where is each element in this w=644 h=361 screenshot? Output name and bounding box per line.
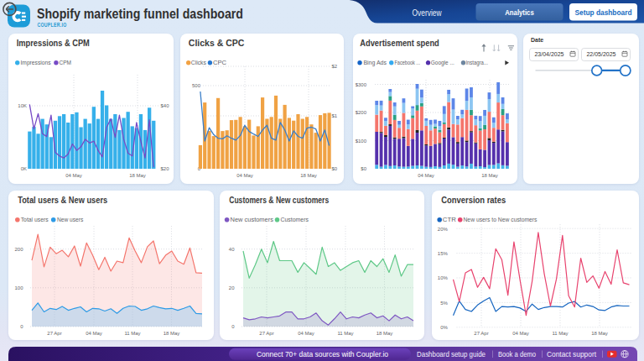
svg-text:11 May: 11 May — [552, 331, 568, 336]
svg-text:27 Apr: 27 Apr — [259, 331, 273, 336]
svg-text:CPM: CPM — [60, 60, 71, 65]
svg-text:04 May: 04 May — [86, 331, 102, 336]
svg-text:40: 40 — [229, 247, 235, 252]
svg-text:$200: $200 — [356, 110, 367, 115]
svg-text:23/04/2025: 23/04/2025 — [534, 50, 564, 58]
svg-text:$0: $0 — [331, 166, 337, 171]
svg-text:New users to New customers: New users to New customers — [463, 217, 538, 222]
svg-text:5%: 5% — [440, 301, 448, 306]
svg-text:0%: 0% — [440, 325, 448, 330]
svg-text:10%: 10% — [437, 275, 448, 280]
svg-text:18 May: 18 May — [481, 173, 498, 178]
svg-text:Overview: Overview — [413, 8, 443, 18]
svg-text:$40: $40 — [160, 103, 169, 108]
svg-text:18 May: 18 May — [129, 173, 146, 178]
svg-text:Total users & New users: Total users & New users — [18, 195, 107, 205]
svg-text:18 May: 18 May — [300, 173, 317, 178]
svg-text:18 May: 18 May — [164, 331, 180, 336]
svg-text:Instagra...: Instagra... — [465, 60, 488, 66]
svg-text:Analytics: Analytics — [505, 8, 534, 17]
svg-text:Bing Ads: Bing Ads — [363, 60, 387, 66]
svg-text:22/05/2025: 22/05/2025 — [586, 50, 615, 58]
svg-text:Google ...: Google ... — [431, 60, 454, 66]
svg-text:04 May: 04 May — [418, 173, 434, 178]
svg-text:100: 100 — [15, 285, 24, 290]
svg-text:Connect 70+ data sources with: Connect 70+ data sources with Coupler.io — [257, 349, 388, 358]
svg-text:Facebook ...: Facebook ... — [395, 60, 421, 65]
svg-text:Conversion rates: Conversion rates — [441, 195, 506, 205]
svg-text:$0: $0 — [361, 166, 366, 171]
svg-text:Customers & New customers: Customers & New customers — [229, 195, 329, 205]
svg-text:New users: New users — [57, 217, 84, 222]
svg-text:Customers: Customers — [281, 217, 309, 222]
svg-text:15%: 15% — [437, 251, 448, 256]
svg-text:20%: 20% — [437, 226, 448, 231]
svg-text:Impressions & CPM: Impressions & CPM — [17, 37, 90, 47]
svg-text:$100: $100 — [356, 138, 367, 143]
svg-text:11 May: 11 May — [337, 331, 353, 336]
svg-text:Date: Date — [531, 37, 543, 43]
svg-text:CPC: CPC — [213, 60, 226, 65]
svg-text:0: 0 — [231, 324, 235, 329]
svg-text:20: 20 — [229, 285, 235, 290]
svg-text:27 Apr: 27 Apr — [474, 331, 488, 336]
svg-text:04 May: 04 May — [65, 173, 82, 178]
svg-text:Dashboard setup guide: Dashboard setup guide — [417, 349, 486, 358]
svg-text:27 Apr: 27 Apr — [47, 331, 61, 336]
svg-text:0: 0 — [20, 324, 23, 329]
svg-text:CTR: CTR — [442, 217, 455, 222]
svg-text:10K: 10K — [18, 103, 27, 108]
svg-text:04 May: 04 May — [512, 331, 529, 336]
svg-text:18 May: 18 May — [591, 331, 608, 336]
svg-text:Clicks & CPC: Clicks & CPC — [189, 37, 245, 47]
svg-text:200: 200 — [15, 247, 24, 252]
svg-text:Clicks: Clicks — [191, 60, 207, 65]
svg-text:$1: $1 — [331, 113, 337, 118]
svg-text:11 May: 11 May — [124, 331, 140, 336]
svg-text:Impressions: Impressions — [21, 60, 52, 66]
svg-text:COUPLER.IO: COUPLER.IO — [38, 22, 67, 28]
svg-text:0K: 0K — [21, 166, 27, 171]
svg-text:Book a demo: Book a demo — [498, 349, 536, 358]
svg-text:Total users: Total users — [21, 217, 49, 222]
svg-text:$300: $300 — [356, 81, 367, 86]
svg-text:$2: $2 — [331, 64, 337, 69]
svg-text:500: 500 — [192, 83, 201, 88]
svg-text:04 May: 04 May — [298, 331, 314, 336]
svg-text:Contact support: Contact support — [547, 349, 596, 358]
svg-text:Advertisement spend: Advertisement spend — [360, 37, 439, 47]
svg-text:Setup dashboard: Setup dashboard — [575, 8, 632, 17]
svg-text:New customers: New customers — [231, 217, 274, 222]
svg-text:$20: $20 — [160, 166, 169, 171]
svg-text:18 May: 18 May — [377, 331, 393, 336]
svg-text:Shopify marketing funnel dashb: Shopify marketing funnel dashboard — [37, 7, 243, 21]
svg-text:04 May: 04 May — [236, 173, 253, 178]
